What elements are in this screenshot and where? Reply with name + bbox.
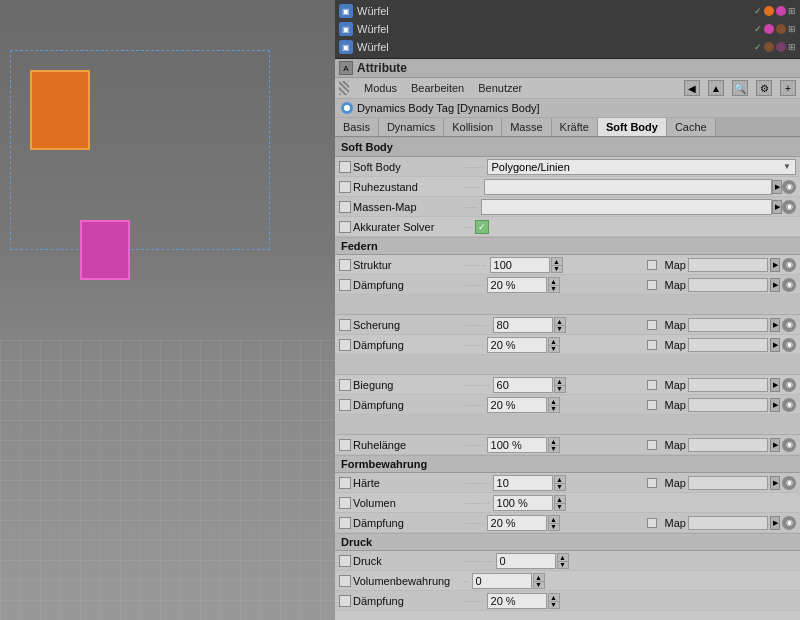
dampfung2-spinner[interactable]: ▲ ▼ [548, 337, 560, 353]
biegung-checkbox[interactable] [339, 379, 351, 391]
map-nav[interactable]: ▶ [770, 378, 780, 392]
tab-softbody[interactable]: Soft Body [598, 118, 667, 136]
map-checkbox[interactable] [647, 320, 657, 330]
tab-kraefte[interactable]: Kräfte [552, 118, 598, 136]
spin-down[interactable]: ▼ [548, 601, 560, 609]
softbody-checkbox[interactable] [339, 161, 351, 173]
map-nav[interactable]: ▶ [770, 476, 780, 490]
map-nav[interactable]: ▶ [770, 258, 780, 272]
struktur-spinner[interactable]: ▲ ▼ [551, 257, 563, 273]
map-checkbox[interactable] [647, 400, 657, 410]
massenmap-checkbox[interactable] [339, 201, 351, 213]
dampfung-form-spinner[interactable]: ▲ ▼ [548, 515, 560, 531]
map-nav[interactable]: ▶ [770, 438, 780, 452]
softbody-dropdown[interactable]: Polygone/Linien ▼ [487, 159, 796, 175]
map-input[interactable] [688, 258, 768, 272]
dampfung-druck-checkbox[interactable] [339, 595, 351, 607]
spin-up[interactable]: ▲ [533, 573, 545, 581]
map-eye[interactable]: ◉ [782, 318, 796, 332]
ruhelange-checkbox[interactable] [339, 439, 351, 451]
nav-forward-btn[interactable]: ▲ [708, 80, 724, 96]
tab-kollision[interactable]: Kollision [444, 118, 502, 136]
volumenbewahrung-spinner[interactable]: ▲ ▼ [533, 573, 545, 589]
map-input[interactable] [688, 378, 768, 392]
scherung-checkbox[interactable] [339, 319, 351, 331]
spin-up[interactable]: ▲ [551, 257, 563, 265]
spin-up[interactable]: ▲ [554, 377, 566, 385]
spin-down[interactable]: ▼ [548, 523, 560, 531]
spin-down[interactable]: ▼ [548, 345, 560, 353]
spin-down[interactable]: ▼ [548, 285, 560, 293]
map-eye[interactable]: ◉ [782, 278, 796, 292]
spin-up[interactable]: ▲ [548, 515, 560, 523]
map-input[interactable] [688, 516, 768, 530]
nav-back-btn[interactable]: ◀ [684, 80, 700, 96]
spin-down[interactable]: ▼ [554, 483, 566, 491]
spin-down[interactable]: ▼ [557, 561, 569, 569]
map-input[interactable] [688, 476, 768, 490]
druck-spinner[interactable]: ▲ ▼ [557, 553, 569, 569]
dampfung2-input[interactable] [487, 337, 547, 353]
tab-dynamics[interactable]: Dynamics [379, 118, 444, 136]
map-checkbox[interactable] [647, 280, 657, 290]
scherung-spinner[interactable]: ▲ ▼ [554, 317, 566, 333]
map-checkbox[interactable] [647, 518, 657, 528]
settings-btn[interactable]: ⚙ [756, 80, 772, 96]
spin-down[interactable]: ▼ [533, 581, 545, 589]
harte-checkbox[interactable] [339, 477, 351, 489]
spin-up[interactable]: ▲ [548, 337, 560, 345]
spin-down[interactable]: ▼ [554, 325, 566, 333]
dampfung1-checkbox[interactable] [339, 279, 351, 291]
dampfung-form-input[interactable] [487, 515, 547, 531]
dampfung-druck-spinner[interactable]: ▲ ▼ [548, 593, 560, 609]
spin-down[interactable]: ▼ [548, 445, 560, 453]
spin-up[interactable]: ▲ [548, 277, 560, 285]
map-checkbox[interactable] [647, 440, 657, 450]
spin-up[interactable]: ▲ [554, 475, 566, 483]
ruhezustand-nav[interactable]: ▶ [772, 180, 782, 194]
map-input[interactable] [688, 438, 768, 452]
map-nav[interactable]: ▶ [770, 398, 780, 412]
map-eye[interactable]: ◉ [782, 398, 796, 412]
map-eye[interactable]: ◉ [782, 516, 796, 530]
spin-up[interactable]: ▲ [554, 317, 566, 325]
struktur-checkbox[interactable] [339, 259, 351, 271]
dampfung2-checkbox[interactable] [339, 339, 351, 351]
dampfung1-spinner[interactable]: ▲ ▼ [548, 277, 560, 293]
menu-benutzer[interactable]: Benutzer [475, 81, 525, 95]
harte-spinner[interactable]: ▲ ▼ [554, 475, 566, 491]
spin-up[interactable]: ▲ [554, 495, 566, 503]
ruhelange-spinner[interactable]: ▲ ▼ [548, 437, 560, 453]
ruhelange-input[interactable] [487, 437, 547, 453]
map-nav[interactable]: ▶ [770, 278, 780, 292]
spin-down[interactable]: ▼ [548, 405, 560, 413]
massenmap-nav[interactable]: ▶ [772, 200, 782, 214]
massenmap-input[interactable] [481, 199, 772, 215]
map-eye[interactable]: ◉ [782, 476, 796, 490]
tab-cache[interactable]: Cache [667, 118, 716, 136]
add-btn[interactable]: + [780, 80, 796, 96]
scherung-input[interactable] [493, 317, 553, 333]
map-checkbox[interactable] [647, 340, 657, 350]
harte-input[interactable] [493, 475, 553, 491]
map-checkbox[interactable] [647, 380, 657, 390]
ruhezustand-checkbox[interactable] [339, 181, 351, 193]
spin-up[interactable]: ▲ [548, 397, 560, 405]
map-eye[interactable]: ◉ [782, 338, 796, 352]
map-eye[interactable]: ◉ [782, 378, 796, 392]
dampfung3-checkbox[interactable] [339, 399, 351, 411]
druck-checkbox[interactable] [339, 555, 351, 567]
spin-down[interactable]: ▼ [554, 385, 566, 393]
spin-down[interactable]: ▼ [554, 503, 566, 511]
massenmap-eye[interactable]: ◉ [782, 200, 796, 214]
map-input[interactable] [688, 338, 768, 352]
volumenbewahrung-checkbox[interactable] [339, 575, 351, 587]
map-input[interactable] [688, 398, 768, 412]
dampfung-form-checkbox[interactable] [339, 517, 351, 529]
akkurater-check-icon[interactable]: ✓ [475, 220, 489, 234]
map-input[interactable] [688, 278, 768, 292]
ruhezustand-input[interactable] [484, 179, 772, 195]
spin-up[interactable]: ▲ [557, 553, 569, 561]
dampfung3-spinner[interactable]: ▲ ▼ [548, 397, 560, 413]
dampfung-druck-input[interactable] [487, 593, 547, 609]
